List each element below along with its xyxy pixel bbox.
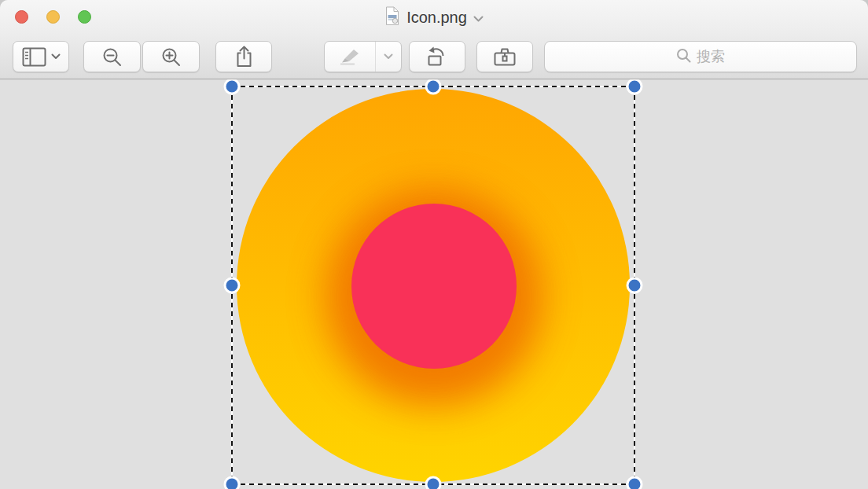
window-title: Icon.png (406, 9, 467, 27)
window-header: Icon.png (0, 0, 868, 79)
selection-handle-middle-right[interactable] (627, 278, 643, 294)
chevron-down-icon (51, 53, 61, 60)
title-chevron-down-icon[interactable] (473, 12, 484, 26)
zoom-out-button[interactable] (83, 41, 141, 72)
selection-handle-top-right[interactable] (627, 79, 643, 95)
search-input[interactable]: 搜索 (544, 41, 857, 72)
sidebar-toggle-button[interactable] (13, 41, 69, 72)
toolbar: 搜索 (0, 35, 868, 79)
markup-pen-button[interactable] (325, 42, 376, 72)
markup-dropdown-button[interactable] (376, 42, 401, 72)
rotate-left-button[interactable] (409, 41, 465, 72)
search-placeholder: 搜索 (697, 47, 725, 66)
preview-window: Icon.png (0, 0, 868, 489)
document-image-file-icon (384, 6, 400, 29)
sidebar-icon (22, 47, 46, 67)
share-button[interactable] (215, 41, 272, 72)
title-group: Icon.png (0, 0, 868, 35)
selection-handle-bottom-left[interactable] (224, 476, 241, 489)
icon-image[interactable] (232, 86, 634, 484)
markup-toolbox-button[interactable] (476, 41, 533, 72)
selection-handle-bottom-middle[interactable] (425, 476, 442, 489)
toolbox-icon (492, 46, 517, 67)
chevron-down-icon (384, 53, 393, 60)
titlebar[interactable]: Icon.png (0, 0, 868, 35)
inner-circle (351, 204, 517, 369)
share-up-arrow-icon (234, 46, 254, 68)
selection-handle-middle-left[interactable] (224, 278, 241, 294)
magnifier-plus-icon (161, 47, 181, 67)
marker-pen-icon (338, 47, 362, 66)
image-selection[interactable] (232, 86, 634, 484)
search-magnifier-icon (676, 48, 691, 66)
magnifier-minus-icon (102, 47, 122, 67)
rotate-counterclockwise-icon (425, 46, 449, 68)
markup-button-group (324, 41, 402, 72)
zoom-in-button[interactable] (142, 41, 200, 72)
selection-handle-bottom-right[interactable] (627, 476, 643, 489)
document-canvas[interactable] (0, 79, 868, 489)
